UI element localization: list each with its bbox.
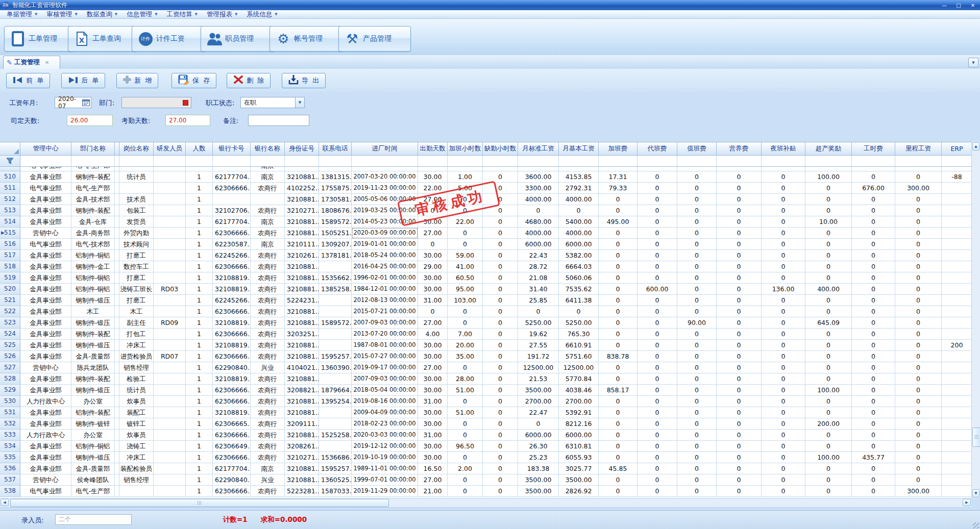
grid-cell[interactable]: 0 xyxy=(762,306,805,317)
row-header[interactable]: 511 xyxy=(0,183,20,194)
grid-cell[interactable]: 1 xyxy=(186,373,213,385)
grid-cell[interactable]: 打磨工 xyxy=(119,272,154,284)
grid-cell[interactable]: 3210881... xyxy=(285,228,319,239)
grid-cell[interactable]: 0 xyxy=(677,250,717,261)
grid-cell[interactable]: 21.53 xyxy=(518,373,559,385)
grid-cell[interactable]: 1 xyxy=(186,239,213,250)
grid-cell[interactable]: 钢制件-锻压 xyxy=(71,295,115,306)
grid-cell[interactable]: 100.00 xyxy=(805,385,852,396)
grid-cell[interactable]: 金具事业部 xyxy=(20,441,71,452)
grid-cell[interactable] xyxy=(352,167,418,171)
grid-cell[interactable]: 2019-09-17 00:00:00 xyxy=(352,362,418,373)
grid-cell[interactable]: 1987-08-01 00:00:00 xyxy=(352,340,418,351)
grid-cell[interactable] xyxy=(895,167,942,171)
grid-cell[interactable]: 2792.31 xyxy=(559,183,599,194)
grid-cell[interactable]: 0 xyxy=(762,407,805,418)
grid-cell[interactable]: 农商行 xyxy=(251,407,285,418)
grid-cell[interactable] xyxy=(483,167,518,171)
grid-cell[interactable]: 0 xyxy=(895,272,942,284)
grid-cell[interactable]: 4153.85 xyxy=(559,171,599,183)
grid-cell[interactable]: 1 xyxy=(186,430,213,441)
grid-cell[interactable] xyxy=(942,407,971,418)
grid-cell[interactable]: 0 xyxy=(677,385,717,396)
grid-cell[interactable]: 农商行 xyxy=(251,340,285,351)
grid-cell[interactable] xyxy=(319,261,352,272)
grid-cell[interactable]: 电气事业部 xyxy=(20,239,71,250)
vertical-scroll-thumb[interactable] xyxy=(972,427,980,447)
column-header[interactable]: 身份证号 xyxy=(285,142,319,156)
grid-cell[interactable]: 62306666... xyxy=(213,452,251,463)
grid-cell[interactable]: 0 xyxy=(677,430,717,441)
grid-cell[interactable]: 0 xyxy=(895,463,942,474)
grid-cell[interactable]: 0 xyxy=(638,216,677,228)
grid-cell[interactable]: 62306666... xyxy=(213,486,251,497)
grid-cell[interactable] xyxy=(942,373,971,385)
grid-cell[interactable]: 5400.00 xyxy=(559,216,599,228)
grid-cell[interactable]: 0 xyxy=(483,407,518,418)
grid-cell[interactable]: 0 xyxy=(762,430,805,441)
grid-cell[interactable]: 金具事业部 xyxy=(20,284,71,295)
grid-cell[interactable]: 0 xyxy=(762,317,805,329)
column-header[interactable]: 月基本工资 xyxy=(559,142,599,156)
grid-cell[interactable]: 6411.38 xyxy=(559,295,599,306)
grid-cell[interactable]: 3203251... xyxy=(285,329,319,340)
grid-cell[interactable]: 2019-11-23 00:00:00 xyxy=(352,183,418,194)
grid-cell[interactable]: 1 xyxy=(186,306,213,317)
grid-cell[interactable] xyxy=(115,272,119,284)
grid-cell[interactable]: 电气事业部 xyxy=(20,486,71,497)
grid-cell[interactable] xyxy=(154,295,186,306)
grid-cell[interactable]: 陈兵龙团队 xyxy=(71,362,115,373)
grid-cell[interactable]: 0 xyxy=(805,351,852,362)
grid-cell[interactable]: 6000.00 xyxy=(518,239,559,250)
grid-cell[interactable]: 电气-生产部 xyxy=(71,183,115,194)
grid-cell[interactable]: 农商行 xyxy=(251,261,285,272)
grid-cell[interactable]: 3025.77 xyxy=(559,463,599,474)
grid-cell[interactable]: 27.55 xyxy=(518,340,559,351)
grid-cell[interactable]: 0 xyxy=(677,306,717,317)
grid-cell[interactable]: 1 xyxy=(186,441,213,452)
grid-cell[interactable]: 0 xyxy=(852,486,895,497)
grid-cell[interactable]: 铝制件-铜铝 xyxy=(71,441,115,452)
grid-cell[interactable]: 0 xyxy=(852,385,895,396)
grid-cell[interactable] xyxy=(154,216,186,228)
grid-cell[interactable]: 5392.91 xyxy=(559,407,599,418)
grid-cell[interactable]: 32108819... xyxy=(213,317,251,329)
grid-cell[interactable]: 90.00 xyxy=(677,317,717,329)
grid-cell[interactable]: 28.72 xyxy=(518,261,559,272)
grid-cell[interactable]: 农商行 xyxy=(251,396,285,407)
grid-cell[interactable]: 外贸内勤 xyxy=(119,228,154,239)
grid-cell[interactable]: 62306666... xyxy=(213,228,251,239)
grid-cell[interactable]: 27.00 xyxy=(418,474,448,486)
grid-cell[interactable] xyxy=(154,463,186,474)
row-header[interactable]: 524 xyxy=(0,329,20,340)
grid-cell[interactable] xyxy=(942,452,971,463)
grid-cell[interactable]: 0 xyxy=(762,362,805,373)
grid-cell[interactable]: 农商行 xyxy=(251,306,285,317)
grid-cell[interactable]: 0 xyxy=(895,295,942,306)
grid-cell[interactable] xyxy=(319,340,352,351)
grid-cell[interactable]: 0 xyxy=(805,194,852,205)
grid-cell[interactable]: 0 xyxy=(638,418,677,430)
grid-cell[interactable] xyxy=(677,167,717,171)
grid-cell[interactable]: 0 xyxy=(448,396,483,407)
row-header[interactable]: 530 xyxy=(0,396,20,407)
grid-cell[interactable]: 0 xyxy=(677,362,717,373)
grid-cell[interactable]: 0 xyxy=(717,329,762,340)
grid-cell[interactable] xyxy=(942,418,971,430)
grid-cell[interactable]: 0 xyxy=(895,441,942,452)
grid-cell[interactable]: 0 xyxy=(483,239,518,250)
grid-cell[interactable]: 0 xyxy=(483,385,518,396)
grid-cell[interactable]: 技术员 xyxy=(119,194,154,205)
grid-cell[interactable]: 数控车工 xyxy=(119,261,154,272)
grid-cell[interactable]: 1360390... xyxy=(319,362,352,373)
grid-cell[interactable]: 1879664... xyxy=(319,385,352,396)
grid-cell[interactable] xyxy=(942,261,971,272)
grid-cell[interactable]: 2012-08-13 00:00:00 xyxy=(352,295,418,306)
grid-cell[interactable] xyxy=(115,340,119,351)
grid-cell[interactable]: 0 xyxy=(448,317,483,329)
grid-cell[interactable] xyxy=(154,340,186,351)
grid-cell[interactable]: 8212.16 xyxy=(559,418,599,430)
grid-cell[interactable]: 南京 xyxy=(251,167,285,171)
grid-cell[interactable]: 0 xyxy=(717,284,762,295)
grid-cell[interactable]: RD07 xyxy=(154,351,186,362)
